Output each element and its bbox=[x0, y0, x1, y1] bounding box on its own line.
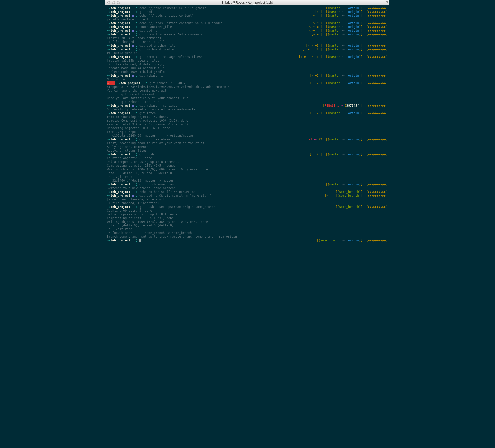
prompt-line: ~/teh_project ± ❯ git rebase -i[↑ +2 ] [… bbox=[107, 74, 388, 78]
output-text: 1 file changed, 2 insertions(+) bbox=[107, 40, 165, 44]
output-text: Applying: adds comments bbox=[107, 145, 148, 149]
prompt-line: ~/teh_project ± ❯ git add -u[✎ ⤳ ≡ ] [(m… bbox=[107, 29, 388, 33]
prompt-status: [↑ +2 ] [(master ⤳ origin)] [▶▶▶▶▶▶▶▶▶▶] bbox=[310, 74, 388, 78]
prompt-status: [✎ ↑ +1 ] [(master ⤳ origin)] [▶▶▶▶▶▶▶▶▶… bbox=[306, 44, 388, 48]
prompt-line: ~/teh_project ± ❯ touch another_file[✎ ⤳… bbox=[107, 25, 388, 29]
command-text: ~/teh_project ± ❯ git push --set-upstrea… bbox=[107, 205, 216, 209]
prompt-line: ~/teh_project ± ❯ git fetch[↑ +2 ] [(mas… bbox=[107, 111, 388, 115]
output-line: e109e9a..32d0460 master -> origin/master bbox=[107, 134, 388, 138]
prompt-status: [(some_branch)] [▶▶▶▶▶▶▶▶▶▶] bbox=[336, 205, 388, 209]
output-line: [master 387345f] adds comments bbox=[107, 36, 388, 40]
prompt-line: ~/teh_project ± ❯ git co -b some_branch[… bbox=[107, 183, 388, 186]
output-line: 32d0460..4f6ec13 master -> master bbox=[107, 179, 388, 183]
output-text: // adds unstage content bbox=[107, 18, 148, 21]
output-line: Total 3 (delta 0), reused 0 (delta 0) bbox=[107, 224, 388, 227]
prompt-line: ~/teh_project ± ❯ [(some_branch ⤳ origin… bbox=[107, 239, 388, 242]
output-text: Delta compression using up to 8 threads. bbox=[107, 160, 179, 164]
prompt-line: ~/teh_project ± ❯ git add another_file[✎… bbox=[107, 44, 388, 48]
output-text: Applying: cleans files bbox=[107, 149, 147, 153]
command-text: ~/teh_project ± ❯ git add -u bbox=[107, 29, 158, 33]
command-text: ~/teh_project ± ❯ echo "// adds unstage … bbox=[107, 21, 222, 25]
terminal-window: 3. brice@Rover: ~/teh_project (zsh) ~/te… bbox=[106, 0, 390, 244]
output-text: Counting objects: 6, done. bbox=[107, 156, 154, 160]
prompt-status: [↑ +2 ] [(master ⤳ origin)] [▶▶▶▶▶▶▶▶▶▶] bbox=[310, 81, 388, 85]
prompt-line: ~/teh_project ± ❯ echo "other stuff" >> … bbox=[107, 190, 388, 194]
output-text: git commit --amend bbox=[107, 93, 154, 96]
output-line: To ../git-repo bbox=[107, 227, 388, 231]
prompt-line: ~/teh_project ± ❯ git add -u[✎ ] [(maste… bbox=[107, 10, 388, 14]
command-text: ~/teh_project ± ❯ git push bbox=[107, 153, 154, 156]
output-line: git commit --amend bbox=[107, 93, 388, 96]
output-line: Unpacking objects: 100% (3/3), done. bbox=[107, 126, 388, 130]
output-text: Counting objects: 3, done. bbox=[107, 209, 154, 213]
output-line: You can amend the commit now, with bbox=[107, 89, 388, 93]
prompt-status: [-1 ⥈ +2] [(master ⤳ origin)] [▶▶▶▶▶▶▶▶▶… bbox=[307, 138, 388, 141]
output-text: Compressing objects: 100% (3/3), done. bbox=[107, 216, 176, 220]
output-text: e109e9a..32d0460 master -> origin/master bbox=[107, 134, 194, 138]
output-text: Writing objects: 100% (3/3), 365 bytes |… bbox=[107, 220, 210, 224]
command-text: ~/teh_project ± ❯ git fetch bbox=[107, 111, 156, 115]
command-text: ↵ 1 ~/teh_project ± ❯ git rebase -i HEAD… bbox=[107, 81, 186, 85]
prompt-line: ~/teh_project ± ❯ git push[↑ +2 ] [(mast… bbox=[107, 153, 388, 156]
prompt-status: [✎ ≡ ] [(master ⤳ origin)] [▶▶▶▶▶▶▶▶▶▶] bbox=[312, 14, 388, 18]
prompt-status: [REBASE-i ∞ (387345f)] [▶▶▶▶▶▶▶▶▶▶] bbox=[323, 104, 388, 108]
command-text: ~/teh_project ± ❯ git pull --rebase bbox=[107, 138, 170, 141]
output-text: remote: Counting objects: 3, done. bbox=[107, 115, 168, 119]
output-text: First, rewinding head to replay your wor… bbox=[107, 141, 210, 145]
prompt-line: ~/teh_project ± ❯ echo "// adds unstage … bbox=[107, 14, 388, 18]
output-line: Once you are satisfied with your changes… bbox=[107, 96, 388, 100]
output-line: Compressing objects: 100% (3/3), done. bbox=[107, 216, 388, 220]
prompt-status: [(some_branch)] [▶▶▶▶▶▶▶▶▶▶] bbox=[336, 190, 388, 194]
command-text: ~/teh_project ± ❯ git add another_file bbox=[107, 44, 176, 48]
output-text: To ../git-repo bbox=[107, 227, 132, 231]
terminal-body[interactable]: ~/teh_project ± ❯ echo "//some comment" … bbox=[106, 5, 390, 244]
output-text: Compressing objects: 100% (5/5), done. bbox=[107, 164, 176, 168]
prompt-line: ~/teh_project ± ❯ git add -u && git comm… bbox=[107, 194, 388, 198]
output-line: Counting objects: 6, done. bbox=[107, 156, 388, 160]
prompt-status: [✎ ] [(some_branch)] [▶▶▶▶▶▶▶▶▶▶] bbox=[325, 194, 388, 198]
output-text: To ../git-repo bbox=[107, 175, 132, 179]
output-line: 1 file changed, 1 insertion(+) bbox=[107, 201, 388, 205]
output-text: remote: Total 3 (delta 0), reused 0 (del… bbox=[107, 123, 188, 126]
output-line: remote: Counting objects: 3, done. bbox=[107, 115, 388, 119]
command-text: ~/teh_project ± ❯ git rebase -i bbox=[107, 74, 163, 78]
output-text: Unpacking objects: 100% (3/3), done. bbox=[107, 126, 172, 130]
prompt-line: ~/teh_project ± ❯ git commit --message="… bbox=[107, 55, 388, 59]
prompt-line: ~/teh_project ± ❯ git rm build.gradle[+ … bbox=[107, 48, 388, 51]
output-text: [master 387345f] adds comments bbox=[107, 36, 161, 40]
output-line: Applying: cleans files bbox=[107, 149, 388, 153]
output-line: From ../git-repo bbox=[107, 130, 388, 134]
prompt-line: ~/teh_project ± ❯ git rebase --continue[… bbox=[107, 104, 388, 108]
prompt-status: [+ → ↑ +1 ] [(master ⤳ origin)] [▶▶▶▶▶▶▶… bbox=[302, 48, 388, 51]
output-text: 1 file changed, 1 insertion(+) bbox=[107, 201, 163, 205]
output-line: Stopped at 387345fed92fa292f9c98596c77e6… bbox=[107, 85, 388, 89]
output-line: remote: Compressing objects: 100% (3/3),… bbox=[107, 119, 388, 123]
output-text: * [new branch] some_branch -> some_branc… bbox=[107, 231, 192, 235]
output-text: Delta compression using up to 8 threads. bbox=[107, 213, 179, 216]
prompt-status: [↑ +2 ] [(master ⤳ origin)] [▶▶▶▶▶▶▶▶▶▶] bbox=[310, 153, 388, 156]
output-line: Total 6 (delta 1), reused 0 (delta 0) bbox=[107, 171, 388, 175]
prompt-status: [✎ ⤳ ≡ ] [(master ⤳ origin)] [▶▶▶▶▶▶▶▶▶▶… bbox=[307, 29, 388, 33]
output-line: remote: Total 3 (delta 0), reused 0 (del… bbox=[107, 123, 388, 126]
output-text: create mode 100644 another_file bbox=[107, 66, 165, 70]
command-text: ~/teh_project ± ❯ git co -b some_branch bbox=[107, 183, 178, 186]
prompt-status: [↑ +2 ] [(master ⤳ origin)] [▶▶▶▶▶▶▶▶▶▶] bbox=[310, 111, 388, 115]
output-line: Branch some_branch set up to track remot… bbox=[107, 235, 388, 239]
command-text: ~/teh_project ± ❯ echo "other stuff" >> … bbox=[107, 190, 196, 194]
output-text: Branch some_branch set up to track remot… bbox=[107, 235, 239, 239]
output-line: Writing objects: 100% (6/6), 609 bytes |… bbox=[107, 168, 388, 171]
output-text: Switched to a new branch 'some_branch' bbox=[107, 186, 176, 190]
output-line: Delta compression using up to 8 threads. bbox=[107, 213, 388, 216]
output-line: Switched to a new branch 'some_branch' bbox=[107, 186, 388, 190]
output-line: git rebase --continue bbox=[107, 100, 388, 104]
prompt-status: [(some_branch ⤳ origin)] [▶▶▶▶▶▶▶▶▶▶] bbox=[317, 239, 388, 242]
prompt-status: [+ ✖ → ↑ +1 ] [(master ⤳ origin)] [▶▶▶▶▶… bbox=[299, 55, 388, 59]
prompt-line: ~/teh_project ± ❯ echo "//some comment" … bbox=[107, 6, 388, 10]
output-line: Counting objects: 3, done. bbox=[107, 209, 388, 213]
output-line: 1 file changed, 2 insertions(+) bbox=[107, 40, 388, 44]
output-line: Nothing to do bbox=[107, 78, 388, 81]
output-line: // adds unstage content bbox=[107, 18, 388, 21]
prompt-status: [✎ ] [(master ⤳ origin)] [▶▶▶▶▶▶▶▶▶▶] bbox=[315, 10, 388, 14]
output-text: Successfully rebased and updated refs/he… bbox=[107, 108, 199, 111]
prompt-status: [✎ ⤳ ≡ ] [(master ⤳ origin)] [▶▶▶▶▶▶▶▶▶▶… bbox=[307, 25, 388, 29]
